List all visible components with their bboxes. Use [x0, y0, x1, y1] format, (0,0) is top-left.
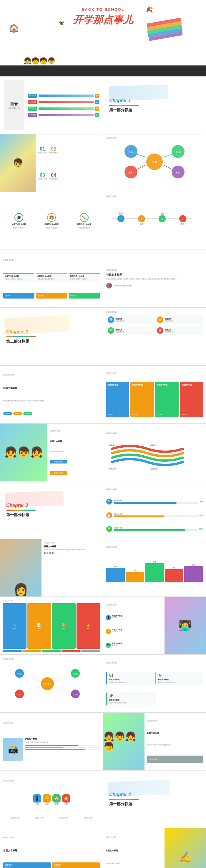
prog-row-3: 💡 标题文本标题 85%	[106, 526, 203, 532]
prog-fill-3	[113, 529, 185, 531]
ch4-rainbow	[109, 799, 138, 800]
kg-inner: 👧👦👧👦 标题文本标题 标题文本标题 标题文本标题文本内容标题文本内容 标题文本…	[103, 713, 206, 770]
p2-icon3: 🖥️	[106, 643, 111, 648]
social-title-2: 标题文本标题	[158, 678, 201, 681]
svg-text:标题文本: 标题文本	[109, 468, 116, 470]
text-block-3: 标题艺术文本标题 标题文本标题文本标题文本	[69, 273, 100, 281]
gw-photo: ✍️	[164, 828, 206, 868]
slide-3col: 🎓 标题艺术文本标题 标题文本标题文本 📚 标题艺术文本标题 标题文本标题文本 …	[0, 192, 103, 250]
contents-color-3: ▶	[97, 107, 98, 110]
kp-inner: 👧👦👧 标题文本标题 标题文本标题 标题文本标题文本内容 标题文本标题 标题文本…	[0, 424, 103, 481]
row-9: Chapter 3 第一部分标题 标题文本标题 🔍 标题文本标题 75% 📋	[0, 481, 206, 539]
icon1-body: 标题文本内容	[115, 320, 124, 322]
p3-track1	[25, 745, 100, 746]
social-body-3: 标题文本内容标题文本内容	[109, 702, 154, 704]
ig-text-3: 标题	[62, 628, 65, 629]
col1-body: 标题文本标题文本	[13, 227, 25, 229]
igt-4	[61, 650, 81, 652]
icon1-text: 标题文本 标题文本内容	[115, 318, 124, 322]
kp-body: 标题文本标题文本内容	[50, 450, 100, 452]
barcol2-bar	[126, 572, 144, 582]
social-icon-2: 🐦	[158, 673, 201, 678]
svg-text:标题文本: 标题文本	[109, 444, 116, 446]
slide-girl: 👩 标题文本标题 标题文本标题 标题文本标题文本标题文本标题文本标题文本标题文本…	[0, 539, 103, 597]
slide-kids-photo: 👧👦👧 标题文本标题 标题文本标题 标题文本标题文本内容 标题文本标题 标题文本…	[0, 423, 103, 481]
barcol1-bar	[106, 568, 125, 582]
contents-inner: 目录 CONTENTS 第一部分 ▶ 第二部分	[0, 76, 103, 134]
contents-item-2: 第二部分 ▶	[28, 100, 99, 104]
bar-col-1: 标题	[106, 565, 125, 582]
dot2	[47, 552, 48, 554]
contents-item-2-label: 第二部分	[29, 101, 36, 103]
kg-text: 标题文本标题 标题文本标题 标题文本标题文本内容标题文本内容 标题文本标题	[145, 713, 206, 770]
svg-text:1: 1	[120, 218, 122, 220]
butterfly-icon: 🦋	[59, 21, 64, 25]
slide-photo2: 标题文本标题 📱 标题文本标题 文本内容 🔑 标题文本标题 文本内容	[103, 597, 206, 655]
block-blue: 标题文本标题 文本内容	[106, 382, 129, 417]
svg-line-15	[137, 165, 146, 169]
block-green: 标题文本标题 文本内容	[155, 382, 179, 417]
ic-grid: 标题文本 文本内容 标题文本 文本内容 标题文本 文本内容 标题文本 文本内容	[3, 862, 100, 868]
bubbles-header: 标题文本标题	[3, 658, 100, 660]
num03-text: 标题文本标题	[38, 178, 47, 180]
col1-icon: 🎓	[15, 213, 23, 222]
grass-line	[0, 65, 206, 66]
silhouettes: 👧🧒🧒👦	[24, 57, 55, 65]
p2-photo-content: 👩‍💻	[164, 597, 206, 654]
bars-header: 标题文本标题	[106, 546, 203, 549]
contents-cn-label: 目录	[10, 101, 18, 107]
icon-item-2: ⭐ 标题文本 标题文本内容	[155, 315, 203, 324]
slide-large-text: 标题文本标题 标题文本标题 标题文本标题文本标题文本标题文本标题文本标题文本标题…	[103, 250, 206, 308]
social-cards-2: 📌 标题文本标题 标题文本内容标题文本内容	[106, 692, 203, 705]
p3-photo: 📸	[3, 738, 23, 761]
col-1: 🎓 标题艺术文本标题 标题文本标题文本	[3, 195, 34, 247]
ig-text-1: 标题	[13, 628, 16, 629]
kp-button2[interactable]: 标题文本标题	[50, 471, 68, 475]
kg-header: 标题文本标题	[147, 720, 203, 722]
icon-text-inner: 标题文本标题 💎 标题文本 标题文本内容 ⭐ 标题文本 标题文本内容	[103, 308, 206, 338]
chapter2-subtitle: 第二部分标题	[6, 339, 97, 344]
svg-text:主题1: 主题1	[128, 151, 134, 153]
slide-textblocks: 标题文本标题 标题艺术文本标题 标题文本标题文本标题文本 标题艺术文本标题 标题…	[0, 250, 103, 308]
mi-icons-row: 📱 标题 🔑 标题 🏠 标题 ⭐ 标题	[3, 794, 100, 805]
row-2: 目录 CONTENTS 第一部分 ▶ 第二部分	[0, 76, 206, 134]
slide-bars: 标题文本标题 标题 标题 标题 标题	[103, 539, 206, 597]
igt-1	[3, 650, 22, 652]
chapter1-title: Chapter 1	[109, 98, 200, 103]
p2i1-body: 文本内容	[112, 617, 123, 619]
ig-text-4: 标题	[87, 628, 90, 629]
icon1: 💎	[108, 316, 114, 323]
svg-text:主题3: 主题3	[128, 172, 134, 174]
chapter2-inner: Chapter 2 第二部分标题	[0, 308, 103, 365]
svg-line-18	[163, 165, 172, 169]
mi-icon-3: 🏠	[52, 794, 61, 803]
icon3-body: 标题文本内容	[115, 331, 124, 333]
kp-button[interactable]: 标题文本标题	[50, 460, 68, 464]
social-header: 标题文本标题	[106, 662, 203, 664]
icon3: 🏆	[108, 327, 114, 334]
cover-slide: BACK TO SCHOOL 开学那点事儿 🏠 👧🧒🧒👦 🍂 🦋	[0, 0, 206, 76]
prog-label-2: 标题文本标题	[113, 513, 198, 515]
dot4	[52, 552, 54, 554]
chapter2-slide: Chapter 2 第二部分标题	[0, 308, 103, 366]
ic-cell-1: 标题文本 文本内容	[3, 862, 51, 868]
contents-bar-3	[38, 107, 94, 110]
icon4-body: 标题文本内容	[164, 331, 173, 333]
ch4-inner: Chapter 4 第一部分标题	[103, 771, 206, 828]
col2-title: 标题艺术文本标题	[45, 223, 58, 226]
bar-orange-label: 标题文本	[37, 295, 43, 297]
prog-track-3	[113, 529, 198, 531]
slide-mobile-icons: 标题文本标题 📱 标题 🔑 标题 🏠 标题 ⭐ 标题	[0, 770, 103, 828]
svg-text:标题文本: 标题文本	[150, 444, 157, 446]
lt-icon-1-text: 标题文本标题文本标题文本	[113, 285, 131, 286]
row-15: 标题文本标题 标题文本标题 标题文本 文本内容 标题文本 文本内容 标题文本 文…	[0, 828, 206, 868]
girl-body: 标题文本标题文本标题文本标题文本标题文本标题文本标题文本	[44, 549, 100, 551]
tag2: 标题文本	[13, 412, 22, 415]
p3-body: 标题文本标题文本标题文本标题文本	[25, 742, 100, 743]
contents-slide: 目录 CONTENTS 第一部分 ▶ 第二部分	[0, 76, 103, 134]
p2-text: 标题文本标题 📱 标题文本标题 文本内容 🔑 标题文本标题 文本内容	[103, 597, 164, 654]
gw-title: 标题文本标题	[106, 849, 162, 852]
mi-icon-4: ⭐	[62, 794, 70, 803]
p2-icon-row3: 🖥️ 标题文本标题 文本内容	[106, 643, 162, 648]
block-orange-body: 文本内容	[132, 414, 152, 415]
